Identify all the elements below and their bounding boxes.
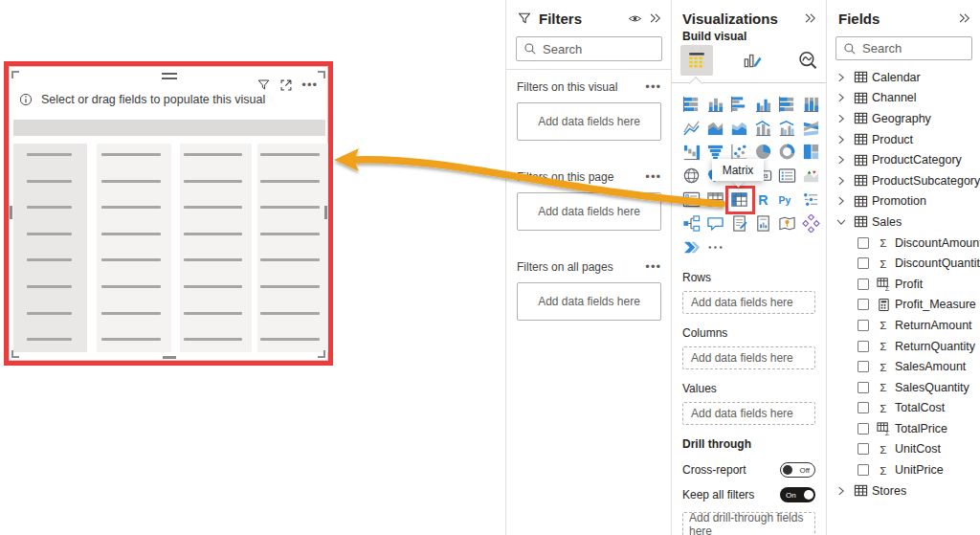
visual-icon-more-options[interactable] xyxy=(703,235,727,259)
field-item-salesamount[interactable]: Σ SalesAmount xyxy=(827,356,978,377)
chevron-right-icon[interactable] xyxy=(834,152,849,167)
resize-handle-top-right[interactable] xyxy=(318,71,325,78)
fields-table-productcategory[interactable]: ProductCategory xyxy=(827,149,978,170)
fields-search-input[interactable] xyxy=(862,41,965,56)
visual-icon-smart-narrative[interactable] xyxy=(727,212,751,235)
visual-icon-multi-row-card[interactable] xyxy=(775,164,799,188)
visual-icon-slicer[interactable] xyxy=(679,188,703,212)
fields-table-calendar[interactable]: Calendar xyxy=(827,67,978,88)
visual-icon-kpi[interactable] xyxy=(799,164,823,188)
field-well-rows[interactable]: Add data fields here xyxy=(682,291,815,314)
cross-report-toggle[interactable]: Off xyxy=(780,462,815,478)
resize-handle-bottom[interactable] xyxy=(163,356,176,359)
resize-handle-left[interactable] xyxy=(10,206,12,219)
field-checkbox[interactable] xyxy=(858,361,869,372)
visual-icon-map[interactable] xyxy=(679,164,703,188)
field-checkbox[interactable] xyxy=(858,341,869,352)
visual-icon-paginated-report[interactable] xyxy=(751,212,775,235)
visual-icon-clustered-column-chart[interactable] xyxy=(751,92,775,116)
field-checkbox[interactable] xyxy=(858,237,869,249)
field-item-salesquantity[interactable]: Σ SalesQuantity xyxy=(827,377,978,398)
chevron-right-icon[interactable] xyxy=(834,90,849,105)
field-well-values[interactable]: Add data fields here xyxy=(682,402,815,425)
keep-all-filters-toggle[interactable]: On xyxy=(780,487,815,502)
filters-search-input[interactable] xyxy=(543,42,655,56)
visual-icon-area-chart[interactable] xyxy=(703,116,727,140)
collapse-pane-icon[interactable] xyxy=(804,11,817,25)
visual-icon-decomposition-tree[interactable] xyxy=(679,212,703,235)
filter-field-well-0[interactable]: Add data fields here xyxy=(517,102,661,141)
resize-handle-bottom-left[interactable] xyxy=(11,350,19,358)
visual-icon-stacked-column-chart[interactable] xyxy=(703,92,727,116)
visual-more-options-icon[interactable]: ••• xyxy=(301,81,318,89)
field-item-returnquantity[interactable]: Σ ReturnQuantity xyxy=(827,336,978,357)
focus-mode-icon[interactable] xyxy=(279,78,293,92)
visual-icon-100-stacked-column-chart[interactable] xyxy=(799,92,823,116)
visual-icon-stacked-area-chart[interactable] xyxy=(727,116,751,140)
resize-handle-top-left[interactable] xyxy=(11,71,19,78)
field-well-columns[interactable]: Add data fields here xyxy=(682,346,815,369)
visual-icon-100-stacked-bar-chart[interactable] xyxy=(775,92,799,116)
chevron-right-icon[interactable] xyxy=(834,111,849,126)
visual-icon-donut-chart[interactable] xyxy=(775,140,799,164)
visual-icon-power-automate[interactable] xyxy=(679,235,703,259)
section-more-options-icon[interactable]: ••• xyxy=(645,83,661,91)
visual-drag-handle[interactable] xyxy=(162,73,177,82)
fields-table-geography[interactable]: Geography xyxy=(827,108,978,129)
field-item-discountquantity[interactable]: Σ DiscountQuantity xyxy=(827,253,978,274)
section-more-options-icon[interactable]: ••• xyxy=(645,173,661,181)
field-checkbox[interactable] xyxy=(858,443,869,455)
field-checkbox[interactable] xyxy=(858,257,869,269)
visual-icon-stacked-bar-chart[interactable] xyxy=(679,92,703,116)
fields-table-product[interactable]: Product xyxy=(827,129,978,150)
fields-table-channel[interactable]: Channel xyxy=(827,88,978,109)
tab-format-visual[interactable] xyxy=(736,45,768,76)
filter-field-well-1[interactable]: Add data fields here xyxy=(517,192,661,231)
collapse-pane-icon[interactable] xyxy=(649,11,662,25)
visual-icon-clustered-bar-chart[interactable] xyxy=(727,92,751,116)
fields-table-sales[interactable]: Sales xyxy=(827,212,978,233)
collapse-pane-icon[interactable] xyxy=(958,11,971,25)
chevron-right-icon[interactable] xyxy=(834,193,849,209)
tab-build-visual[interactable] xyxy=(680,45,713,76)
chevron-right-icon[interactable] xyxy=(834,173,849,189)
visual-icon-line-and-stacked-column-chart[interactable] xyxy=(751,116,775,140)
visual-icon-treemap[interactable] xyxy=(799,140,823,164)
visual-icon-line-chart[interactable] xyxy=(679,116,703,140)
matrix-visual-placeholder[interactable]: ••• Select or drag fields to populate th… xyxy=(9,66,328,361)
visual-icon-waterfall-chart[interactable] xyxy=(679,140,703,164)
field-item-unitprice[interactable]: Σ UnitPrice xyxy=(827,459,978,480)
fields-table-productsubcategory[interactable]: ProductSubcategory xyxy=(827,170,978,191)
field-checkbox[interactable] xyxy=(858,402,869,413)
chevron-right-icon[interactable] xyxy=(834,70,849,85)
chevron-down-icon[interactable] xyxy=(834,214,849,230)
field-checkbox[interactable] xyxy=(858,320,869,331)
field-item-profit_measure[interactable]: Profit_Measure xyxy=(827,295,978,316)
field-item-totalprice[interactable]: Σ TotalPrice xyxy=(827,418,978,439)
chevron-right-icon[interactable] xyxy=(834,132,849,147)
visual-icon-power-apps[interactable] xyxy=(799,188,823,212)
resize-handle-bottom-right[interactable] xyxy=(318,350,325,358)
field-checkbox[interactable] xyxy=(858,299,869,310)
visual-icon-line-and-clustered-column-chart[interactable] xyxy=(775,116,799,140)
drill-through-field-well[interactable]: Add drill-through fields here xyxy=(682,512,815,535)
visual-icon-table[interactable] xyxy=(703,188,727,212)
field-item-profit[interactable]: Σ Profit xyxy=(827,274,978,295)
chevron-right-icon[interactable] xyxy=(834,483,849,499)
field-item-discountamount[interactable]: Σ DiscountAmount xyxy=(827,233,978,254)
resize-handle-right[interactable] xyxy=(324,206,327,219)
visual-icon-dynamics-visual[interactable] xyxy=(799,212,823,235)
visual-icon-q-and-a[interactable] xyxy=(703,212,727,235)
visual-icon-matrix[interactable] xyxy=(727,188,751,212)
fields-table-promotion[interactable]: Promotion xyxy=(827,191,978,212)
tab-analytics[interactable] xyxy=(791,45,824,76)
section-more-options-icon[interactable]: ••• xyxy=(645,263,661,271)
visual-icon-ribbon-chart[interactable] xyxy=(799,116,823,140)
visual-filter-icon[interactable] xyxy=(256,78,271,92)
fields-table-stores[interactable]: Stores xyxy=(827,480,978,502)
eye-icon[interactable] xyxy=(628,11,642,26)
field-item-totalcost[interactable]: Σ TotalCost xyxy=(827,398,978,419)
field-checkbox[interactable] xyxy=(858,382,869,393)
visual-icon-arcgis-map[interactable] xyxy=(775,212,799,235)
visual-icon-r-script-visual[interactable]: R xyxy=(751,188,775,212)
